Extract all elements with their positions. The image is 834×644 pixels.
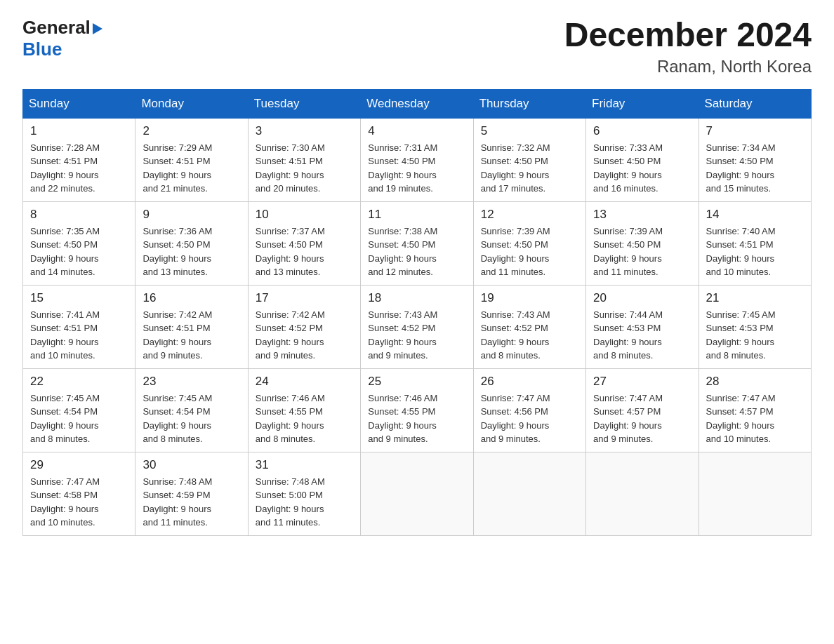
day-info: Sunrise: 7:35 AM Sunset: 4:50 PM Dayligh…: [30, 224, 128, 279]
day-info: Sunrise: 7:47 AM Sunset: 4:57 PM Dayligh…: [593, 391, 691, 446]
day-info: Sunrise: 7:37 AM Sunset: 4:50 PM Dayligh…: [256, 224, 353, 279]
day-info: Sunrise: 7:39 AM Sunset: 4:50 PM Dayligh…: [593, 224, 691, 279]
calendar-day-cell: 14Sunrise: 7:40 AM Sunset: 4:51 PM Dayli…: [699, 201, 811, 285]
day-number: 21: [706, 291, 804, 305]
day-number: 5: [481, 124, 578, 138]
day-number: 16: [143, 291, 240, 305]
calendar-day-cell: 4Sunrise: 7:31 AM Sunset: 4:50 PM Daylig…: [361, 118, 473, 201]
day-info: Sunrise: 7:42 AM Sunset: 4:51 PM Dayligh…: [143, 308, 240, 363]
calendar-day-cell: 5Sunrise: 7:32 AM Sunset: 4:50 PM Daylig…: [473, 118, 585, 201]
day-number: 2: [143, 124, 240, 138]
calendar-day-cell: 16Sunrise: 7:42 AM Sunset: 4:51 PM Dayli…: [135, 285, 248, 368]
day-info: Sunrise: 7:36 AM Sunset: 4:50 PM Dayligh…: [143, 224, 240, 279]
day-info: Sunrise: 7:48 AM Sunset: 4:59 PM Dayligh…: [143, 475, 240, 530]
day-number: 11: [368, 208, 465, 222]
day-info: Sunrise: 7:47 AM Sunset: 4:58 PM Dayligh…: [30, 475, 128, 530]
day-info: Sunrise: 7:39 AM Sunset: 4:50 PM Dayligh…: [481, 224, 578, 279]
page-header: General Blue December 2024 Ranam, North …: [22, 17, 812, 76]
day-info: Sunrise: 7:46 AM Sunset: 4:55 PM Dayligh…: [368, 391, 465, 446]
calendar-day-cell: 17Sunrise: 7:42 AM Sunset: 4:52 PM Dayli…: [248, 285, 360, 368]
day-number: 3: [256, 124, 353, 138]
calendar-day-cell: 26Sunrise: 7:47 AM Sunset: 4:56 PM Dayli…: [473, 368, 585, 452]
calendar-day-cell: 20Sunrise: 7:44 AM Sunset: 4:53 PM Dayli…: [586, 285, 699, 368]
calendar-empty-cell: [586, 452, 699, 535]
calendar-day-cell: 27Sunrise: 7:47 AM Sunset: 4:57 PM Dayli…: [586, 368, 699, 452]
calendar-day-cell: 15Sunrise: 7:41 AM Sunset: 4:51 PM Dayli…: [23, 285, 135, 368]
day-info: Sunrise: 7:43 AM Sunset: 4:52 PM Dayligh…: [481, 308, 578, 363]
calendar-day-cell: 13Sunrise: 7:39 AM Sunset: 4:50 PM Dayli…: [586, 201, 699, 285]
day-info: Sunrise: 7:43 AM Sunset: 4:52 PM Dayligh…: [368, 308, 465, 363]
calendar-day-cell: 31Sunrise: 7:48 AM Sunset: 5:00 PM Dayli…: [248, 452, 360, 535]
calendar-day-cell: 9Sunrise: 7:36 AM Sunset: 4:50 PM Daylig…: [135, 201, 248, 285]
day-number: 4: [368, 124, 465, 138]
calendar-week-row: 1Sunrise: 7:28 AM Sunset: 4:51 PM Daylig…: [23, 118, 812, 201]
logo-arrow-icon: [93, 23, 102, 34]
calendar-day-cell: 25Sunrise: 7:46 AM Sunset: 4:55 PM Dayli…: [361, 368, 473, 452]
day-info: Sunrise: 7:42 AM Sunset: 4:52 PM Dayligh…: [256, 308, 353, 363]
calendar-week-row: 29Sunrise: 7:47 AM Sunset: 4:58 PM Dayli…: [23, 452, 812, 535]
day-info: Sunrise: 7:48 AM Sunset: 5:00 PM Dayligh…: [256, 475, 353, 530]
calendar-week-row: 8Sunrise: 7:35 AM Sunset: 4:50 PM Daylig…: [23, 201, 812, 285]
day-info: Sunrise: 7:38 AM Sunset: 4:50 PM Dayligh…: [368, 224, 465, 279]
day-number: 31: [256, 458, 353, 472]
calendar-day-header: Monday: [135, 89, 248, 118]
day-info: Sunrise: 7:32 AM Sunset: 4:50 PM Dayligh…: [481, 141, 578, 196]
day-number: 22: [30, 375, 128, 389]
calendar-day-cell: 1Sunrise: 7:28 AM Sunset: 4:51 PM Daylig…: [23, 118, 135, 201]
calendar-day-cell: 10Sunrise: 7:37 AM Sunset: 4:50 PM Dayli…: [248, 201, 360, 285]
calendar-day-cell: 11Sunrise: 7:38 AM Sunset: 4:50 PM Dayli…: [361, 201, 473, 285]
calendar-empty-cell: [361, 452, 473, 535]
day-number: 17: [256, 291, 353, 305]
calendar-day-cell: 12Sunrise: 7:39 AM Sunset: 4:50 PM Dayli…: [473, 201, 585, 285]
day-info: Sunrise: 7:40 AM Sunset: 4:51 PM Dayligh…: [706, 224, 804, 279]
day-number: 12: [481, 208, 578, 222]
day-number: 13: [593, 208, 691, 222]
calendar-day-header: Saturday: [699, 89, 811, 118]
day-info: Sunrise: 7:46 AM Sunset: 4:55 PM Dayligh…: [256, 391, 353, 446]
day-number: 20: [593, 291, 691, 305]
day-info: Sunrise: 7:45 AM Sunset: 4:54 PM Dayligh…: [143, 391, 240, 446]
day-number: 10: [256, 208, 353, 222]
calendar-empty-cell: [699, 452, 811, 535]
day-number: 19: [481, 291, 578, 305]
day-number: 23: [143, 375, 240, 389]
calendar-day-cell: 8Sunrise: 7:35 AM Sunset: 4:50 PM Daylig…: [23, 201, 135, 285]
day-info: Sunrise: 7:29 AM Sunset: 4:51 PM Dayligh…: [143, 141, 240, 196]
calendar-day-header: Sunday: [23, 89, 135, 118]
day-info: Sunrise: 7:30 AM Sunset: 4:51 PM Dayligh…: [256, 141, 353, 196]
day-number: 24: [256, 375, 353, 389]
calendar-day-cell: 19Sunrise: 7:43 AM Sunset: 4:52 PM Dayli…: [473, 285, 585, 368]
calendar-day-header: Thursday: [473, 89, 585, 118]
calendar-day-cell: 24Sunrise: 7:46 AM Sunset: 4:55 PM Dayli…: [248, 368, 360, 452]
day-info: Sunrise: 7:28 AM Sunset: 4:51 PM Dayligh…: [30, 141, 128, 196]
day-info: Sunrise: 7:44 AM Sunset: 4:53 PM Dayligh…: [593, 308, 691, 363]
day-number: 6: [593, 124, 691, 138]
day-number: 29: [30, 458, 128, 472]
calendar-header-row: SundayMondayTuesdayWednesdayThursdayFrid…: [23, 89, 812, 118]
day-number: 14: [706, 208, 804, 222]
calendar-day-cell: 7Sunrise: 7:34 AM Sunset: 4:50 PM Daylig…: [699, 118, 811, 201]
calendar-day-cell: 18Sunrise: 7:43 AM Sunset: 4:52 PM Dayli…: [361, 285, 473, 368]
logo-general-text: General: [22, 17, 91, 39]
day-info: Sunrise: 7:45 AM Sunset: 4:53 PM Dayligh…: [706, 308, 804, 363]
calendar-week-row: 15Sunrise: 7:41 AM Sunset: 4:51 PM Dayli…: [23, 285, 812, 368]
calendar-day-header: Tuesday: [248, 89, 360, 118]
day-info: Sunrise: 7:41 AM Sunset: 4:51 PM Dayligh…: [30, 308, 128, 363]
calendar-day-header: Wednesday: [361, 89, 473, 118]
calendar-day-header: Friday: [586, 89, 699, 118]
day-number: 9: [143, 208, 240, 222]
day-number: 27: [593, 375, 691, 389]
calendar-empty-cell: [473, 452, 585, 535]
day-info: Sunrise: 7:34 AM Sunset: 4:50 PM Dayligh…: [706, 141, 804, 196]
day-info: Sunrise: 7:31 AM Sunset: 4:50 PM Dayligh…: [368, 141, 465, 196]
calendar-day-cell: 21Sunrise: 7:45 AM Sunset: 4:53 PM Dayli…: [699, 285, 811, 368]
day-info: Sunrise: 7:45 AM Sunset: 4:54 PM Dayligh…: [30, 391, 128, 446]
day-number: 18: [368, 291, 465, 305]
logo-blue-text: Blue: [22, 39, 62, 60]
calendar-day-cell: 30Sunrise: 7:48 AM Sunset: 4:59 PM Dayli…: [135, 452, 248, 535]
title-block: December 2024 Ranam, North Korea: [564, 17, 812, 76]
day-number: 15: [30, 291, 128, 305]
calendar-day-cell: 3Sunrise: 7:30 AM Sunset: 4:51 PM Daylig…: [248, 118, 360, 201]
calendar-table: SundayMondayTuesdayWednesdayThursdayFrid…: [22, 89, 812, 536]
day-info: Sunrise: 7:33 AM Sunset: 4:50 PM Dayligh…: [593, 141, 691, 196]
